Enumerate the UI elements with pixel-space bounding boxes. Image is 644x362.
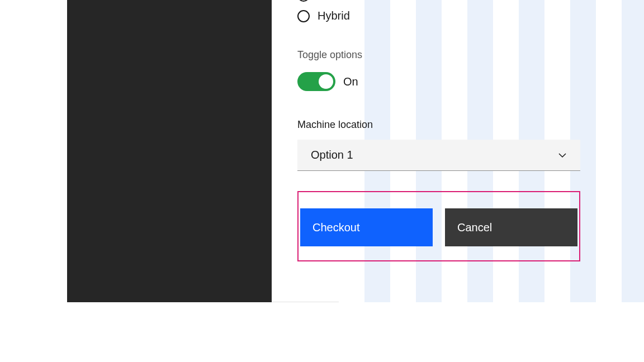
radio-non-cloud[interactable]: Non-cloud: [297, 0, 610, 2]
content-area: Non-cloud Hybrid Toggle options On Machi…: [67, 0, 632, 302]
select-selected-value: Option 1: [311, 149, 353, 161]
radio-label-hybrid: Hybrid: [318, 9, 350, 22]
toggle-row: On: [297, 72, 610, 91]
radio-label-non-cloud: Non-cloud: [318, 0, 368, 2]
toggle-state-label: On: [343, 75, 358, 88]
cancel-button[interactable]: Cancel: [445, 208, 577, 246]
sidebar-panel: [67, 0, 272, 302]
radio-circle-icon: [297, 0, 310, 2]
chevron-down-icon: [558, 151, 567, 160]
radio-group: Non-cloud Hybrid: [297, 0, 610, 22]
toggle-knob: [319, 74, 333, 89]
toggle-section-label: Toggle options: [297, 49, 610, 61]
form-area: Non-cloud Hybrid Toggle options On Machi…: [297, 0, 610, 261]
checkout-button[interactable]: Checkout: [300, 208, 433, 246]
radio-hybrid[interactable]: Hybrid: [297, 9, 610, 22]
toggle-switch[interactable]: [297, 72, 335, 91]
radio-circle-icon: [297, 10, 310, 22]
location-field-label: Machine location: [297, 119, 610, 131]
button-highlight-box: Checkout Cancel: [297, 191, 580, 261]
location-select[interactable]: Option 1: [297, 140, 580, 171]
